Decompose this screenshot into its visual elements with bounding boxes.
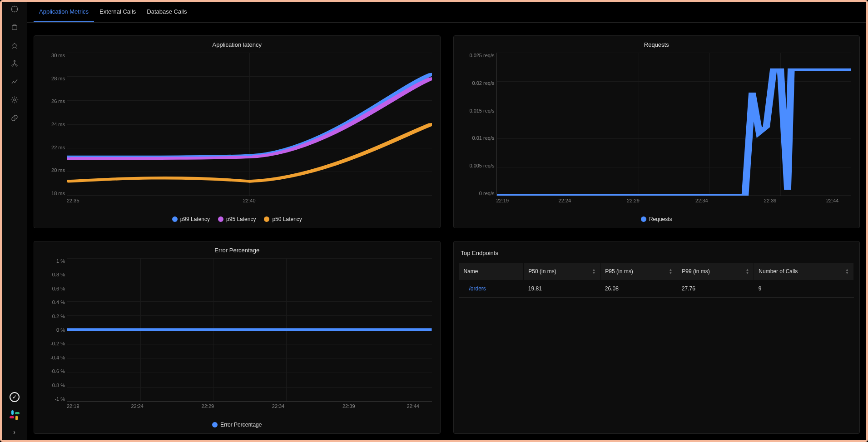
chart-plot[interactable] — [67, 258, 432, 402]
table-header-row: Name P50 (in ms)▲▼ P95 (in ms)▲▼ P99 (in… — [459, 263, 854, 280]
col-p99[interactable]: P99 (in ms)▲▼ — [677, 263, 754, 280]
svg-point-11 — [247, 156, 253, 158]
settings-icon[interactable] — [10, 95, 19, 104]
chart-legend: p99 Latency p95 Latency p50 Latency — [34, 212, 440, 228]
col-calls[interactable]: Number of Calls▲▼ — [754, 263, 854, 280]
flow-icon[interactable] — [10, 59, 19, 68]
col-p95[interactable]: P95 (in ms)▲▼ — [600, 263, 677, 280]
x-axis: 22:19 22:24 22:29 22:34 22:39 22:44 — [67, 403, 432, 409]
y-axis: 0.025 req/s 0.02 req/s 0.015 req/s 0.01 … — [460, 53, 495, 196]
slack-icon[interactable] — [10, 410, 20, 420]
tab-application-metrics[interactable]: Application Metrics — [34, 2, 94, 22]
svg-point-5 — [16, 65, 17, 66]
col-p50[interactable]: P50 (in ms)▲▼ — [524, 263, 600, 280]
endpoints-table: Name P50 (in ms)▲▼ P95 (in ms)▲▼ P99 (in… — [459, 263, 854, 298]
svg-point-3 — [14, 60, 15, 62]
table-row[interactable]: /orders 19.81 26.08 27.76 9 — [459, 280, 854, 298]
x-axis: 22:35 22:40 — [67, 198, 432, 203]
endpoint-p99: 27.76 — [677, 280, 754, 298]
sort-icon[interactable]: ▲▼ — [745, 268, 749, 275]
endpoint-name[interactable]: /orders — [459, 280, 524, 298]
chart-title: Error Percentage — [34, 241, 440, 255]
tab-database-calls[interactable]: Database Calls — [141, 2, 192, 22]
y-axis: 1 % 0.8 % 0.6 % 0.4 % 0.2 % 0 % -0.2 % -… — [40, 258, 65, 402]
sort-icon[interactable]: ▲▼ — [592, 268, 595, 275]
endpoint-p50: 19.81 — [524, 280, 600, 298]
link-icon[interactable] — [10, 113, 19, 123]
legend-p99[interactable]: p99 Latency — [172, 216, 210, 222]
svg-point-4 — [12, 65, 13, 66]
sidebar: ✓ › — [2, 2, 27, 440]
panel-application-latency: Application latency 30 ms 28 ms 26 ms 24… — [34, 35, 441, 228]
bug-icon[interactable] — [10, 41, 19, 50]
sort-icon[interactable]: ▲▼ — [845, 268, 849, 275]
panel-requests: Requests 0.025 req/s 0.02 req/s 0.015 re… — [453, 35, 860, 228]
panel-top-endpoints: Top Endpoints Name P50 (in ms)▲▼ P95 (in… — [453, 241, 860, 434]
metrics-icon[interactable] — [10, 77, 19, 86]
tab-external-calls[interactable]: External Calls — [94, 2, 141, 22]
col-name[interactable]: Name — [459, 263, 524, 280]
x-axis: 22:19 22:24 22:29 22:34 22:39 22:44 — [496, 198, 852, 203]
legend-p50[interactable]: p50 Latency — [264, 216, 302, 222]
check-icon[interactable]: ✓ — [10, 392, 20, 402]
table-title: Top Endpoints — [459, 248, 854, 263]
sort-icon[interactable]: ▲▼ — [669, 268, 672, 275]
dashboard-icon[interactable] — [10, 5, 19, 14]
legend-error[interactable]: Error Percentage — [212, 422, 262, 428]
svg-point-2 — [13, 44, 16, 48]
expand-icon[interactable]: › — [13, 428, 15, 436]
endpoint-calls: 9 — [754, 280, 854, 298]
main-content: Application Metrics External Calls Datab… — [27, 2, 866, 440]
endpoint-p95: 26.08 — [600, 280, 677, 298]
chart-title: Requests — [454, 36, 860, 50]
chart-legend: Requests — [454, 212, 860, 228]
legend-p95[interactable]: p95 Latency — [218, 216, 256, 222]
tabs: Application Metrics External Calls Datab… — [27, 2, 866, 23]
legend-requests[interactable]: Requests — [641, 216, 672, 222]
panel-error-percentage: Error Percentage 1 % 0.8 % 0.6 % 0.4 % 0… — [34, 241, 441, 434]
y-axis: 30 ms 28 ms 26 ms 24 ms 22 ms 20 ms 18 m… — [40, 53, 65, 196]
svg-rect-1 — [12, 25, 17, 29]
chart-title: Application latency — [34, 36, 440, 50]
chart-plot[interactable] — [67, 53, 432, 196]
chart-plot[interactable] — [496, 53, 852, 196]
svg-point-6 — [13, 99, 15, 101]
alerts-icon[interactable] — [10, 23, 19, 32]
svg-point-14 — [247, 180, 253, 182]
chart-legend: Error Percentage — [34, 418, 440, 433]
